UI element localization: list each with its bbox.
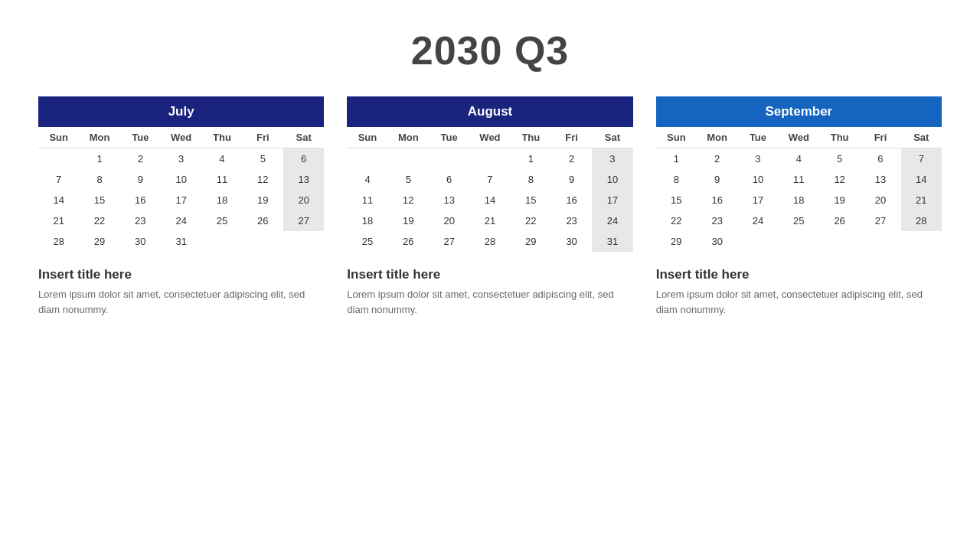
calendar-table-september: SeptemberSunMonTueWedThuFriSat1234567891… xyxy=(656,96,942,252)
day-cell: 1 xyxy=(511,148,551,170)
calendar-september: SeptemberSunMonTueWedThuFriSat1234567891… xyxy=(656,96,942,317)
day-cell: 24 xyxy=(161,210,201,231)
calendar-table-august: AugustSunMonTueWedThuFriSat1234567891011… xyxy=(347,96,632,252)
dow-thu-july: Thu xyxy=(201,127,242,148)
day-cell: 15 xyxy=(79,190,119,210)
table-row: 25262728293031 xyxy=(347,231,632,252)
info-text-september: Lorem ipsum dolor sit amet, consectetuer… xyxy=(656,287,942,317)
day-cell: 29 xyxy=(656,231,697,252)
day-cell: 3 xyxy=(737,148,778,170)
dow-tue-august: Tue xyxy=(429,127,469,148)
dow-sat-september: Sat xyxy=(901,127,942,148)
day-cell: 5 xyxy=(388,169,429,190)
day-cell: 3 xyxy=(592,148,632,170)
day-cell: 20 xyxy=(429,210,469,231)
day-cell: 16 xyxy=(697,190,737,210)
table-row: 11121314151617 xyxy=(347,190,632,210)
day-cell: 15 xyxy=(656,190,697,210)
info-text-july: Lorem ipsum dolor sit amet, consectetuer… xyxy=(38,287,324,317)
day-cell: 26 xyxy=(819,210,860,231)
day-cell: 17 xyxy=(737,190,778,210)
day-cell: 5 xyxy=(243,148,283,170)
table-row: 18192021222324 xyxy=(347,210,632,231)
calendar-table-july: JulySunMonTueWedThuFriSat123456789101112… xyxy=(38,96,324,252)
dow-thu-september: Thu xyxy=(819,127,860,148)
day-cell: 30 xyxy=(551,231,592,252)
day-cell: 18 xyxy=(201,190,242,210)
day-cell xyxy=(819,231,860,252)
page-title: 2030 Q3 xyxy=(411,28,570,73)
dow-tue-july: Tue xyxy=(120,127,161,148)
table-row: 123456 xyxy=(38,148,324,170)
day-cell: 9 xyxy=(120,169,161,190)
day-cell: 13 xyxy=(283,169,324,190)
day-cell: 20 xyxy=(860,190,900,210)
day-cell xyxy=(429,148,469,170)
day-cell: 21 xyxy=(901,190,942,210)
dow-thu-august: Thu xyxy=(511,127,551,148)
day-cell: 25 xyxy=(779,210,819,231)
day-cell xyxy=(860,231,900,252)
calendar-july: JulySunMonTueWedThuFriSat123456789101112… xyxy=(38,96,324,317)
day-cell: 8 xyxy=(656,169,697,190)
day-cell: 30 xyxy=(120,231,161,252)
dow-fri-july: Fri xyxy=(243,127,283,148)
day-cell: 28 xyxy=(469,231,510,252)
table-row: 891011121314 xyxy=(656,169,942,190)
day-cell: 31 xyxy=(161,231,201,252)
day-cell: 16 xyxy=(551,190,592,210)
info-text-august: Lorem ipsum dolor sit amet, consectetuer… xyxy=(347,287,632,317)
calendars-container: JulySunMonTueWedThuFriSat123456789101112… xyxy=(0,96,980,317)
day-cell: 17 xyxy=(592,190,632,210)
day-cell: 26 xyxy=(243,210,283,231)
day-cell: 13 xyxy=(429,190,469,210)
dow-tue-september: Tue xyxy=(737,127,778,148)
dow-wed-september: Wed xyxy=(779,127,819,148)
day-cell: 8 xyxy=(79,169,119,190)
day-cell: 2 xyxy=(551,148,592,170)
day-cell: 13 xyxy=(860,169,900,190)
day-cell xyxy=(243,231,283,252)
day-cell xyxy=(737,231,778,252)
table-row: 14151617181920 xyxy=(38,190,324,210)
dow-mon-july: Mon xyxy=(79,127,119,148)
day-cell: 27 xyxy=(283,210,324,231)
day-cell: 7 xyxy=(469,169,510,190)
day-cell: 4 xyxy=(779,148,819,170)
dow-wed-august: Wed xyxy=(469,127,510,148)
day-cell: 25 xyxy=(347,231,387,252)
info-title-september: Insert title here xyxy=(656,267,942,282)
day-cell xyxy=(388,148,429,170)
day-cell: 21 xyxy=(38,210,79,231)
day-cell: 7 xyxy=(38,169,79,190)
day-cell: 9 xyxy=(551,169,592,190)
info-section-july: Insert title hereLorem ipsum dolor sit a… xyxy=(38,267,324,317)
day-cell xyxy=(38,148,79,170)
day-cell: 2 xyxy=(697,148,737,170)
day-cell: 11 xyxy=(347,190,387,210)
day-cell xyxy=(469,148,510,170)
info-title-july: Insert title here xyxy=(38,267,324,282)
day-cell xyxy=(283,231,324,252)
day-cell: 10 xyxy=(737,169,778,190)
day-cell: 9 xyxy=(697,169,737,190)
day-cell: 18 xyxy=(347,210,387,231)
day-cell: 8 xyxy=(511,169,551,190)
info-title-august: Insert title here xyxy=(347,267,632,282)
table-row: 15161718192021 xyxy=(656,190,942,210)
day-cell: 31 xyxy=(592,231,632,252)
day-cell: 12 xyxy=(388,190,429,210)
day-cell xyxy=(901,231,942,252)
day-cell: 22 xyxy=(79,210,119,231)
table-row: 123 xyxy=(347,148,632,170)
day-cell: 18 xyxy=(779,190,819,210)
day-cell: 14 xyxy=(38,190,79,210)
day-cell: 30 xyxy=(697,231,737,252)
day-cell: 14 xyxy=(469,190,510,210)
day-cell: 19 xyxy=(819,190,860,210)
day-cell: 12 xyxy=(819,169,860,190)
day-cell: 19 xyxy=(243,190,283,210)
day-cell: 10 xyxy=(161,169,201,190)
day-cell xyxy=(779,231,819,252)
dow-sat-july: Sat xyxy=(283,127,324,148)
